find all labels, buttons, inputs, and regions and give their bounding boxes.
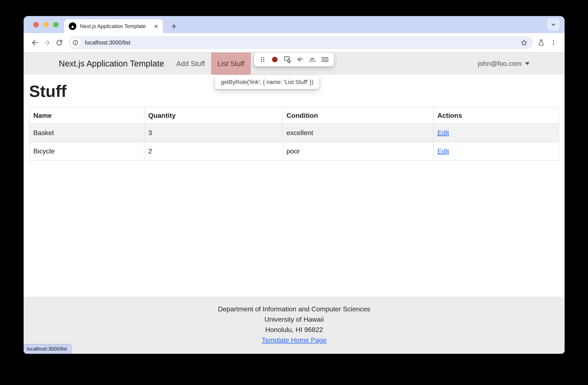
forward-arrow-icon	[43, 38, 51, 47]
svg-text:ab: ab	[310, 57, 315, 61]
three-dots-icon	[550, 39, 557, 46]
cell-condition: poor	[282, 142, 433, 160]
tab-search-button[interactable]	[547, 18, 560, 31]
template-home-page-link[interactable]: Template Home Page	[262, 336, 327, 344]
assert-visibility-button[interactable]	[296, 55, 304, 64]
cell-name: Basket	[29, 124, 144, 142]
playwright-recorder-toolbar: ab	[254, 53, 334, 67]
info-icon	[72, 39, 79, 46]
url-text: localhost:3000/list	[85, 40, 520, 46]
locator-tooltip: getByRole('link', { name: 'List Stuff' }…	[215, 75, 319, 89]
assert-text-button[interactable]: ab	[308, 55, 317, 64]
address-bar[interactable]: localhost:3000/list	[69, 36, 533, 49]
table-row: Bicycle 2 poor Edit	[29, 142, 559, 160]
user-email: john@foo.com	[478, 60, 522, 68]
record-button[interactable]	[270, 55, 279, 64]
browser-tab[interactable]: ▲ Next.js Application Template ×	[64, 19, 163, 33]
assert-value-icon	[321, 55, 329, 64]
edit-link[interactable]: Edit	[437, 129, 449, 136]
browser-menu-button[interactable]	[547, 37, 560, 49]
assert-text-icon: ab	[308, 55, 317, 64]
cell-quantity: 2	[144, 142, 282, 160]
pick-locator-icon	[283, 55, 292, 64]
experiments-button[interactable]	[535, 37, 547, 49]
cell-quantity: 3	[144, 124, 282, 142]
cell-actions: Edit	[433, 142, 559, 160]
user-dropdown[interactable]: john@foo.com	[478, 53, 530, 75]
cell-name: Bicycle	[29, 142, 144, 160]
cell-actions: Edit	[433, 124, 559, 142]
reload-icon	[55, 39, 63, 47]
assert-visibility-icon	[296, 55, 304, 64]
status-bar-url: localhost:3000/list	[24, 344, 72, 354]
back-button[interactable]	[29, 37, 41, 49]
close-window-button[interactable]	[33, 22, 39, 27]
assert-value-button[interactable]	[321, 55, 329, 64]
browser-window: ▲ Next.js Application Template × +	[24, 16, 565, 354]
column-header-name: Name	[29, 107, 144, 124]
reload-button[interactable]	[53, 37, 65, 49]
edit-link[interactable]: Edit	[437, 147, 449, 155]
bookmark-button[interactable]	[520, 39, 528, 46]
navbar-brand[interactable]: Next.js Application Template	[59, 53, 164, 75]
drag-handle-icon	[259, 56, 266, 63]
site-footer: Department of Information and Computer S…	[24, 297, 565, 354]
nextjs-favicon-icon: ▲	[69, 22, 76, 30]
tab-title: Next.js Application Template	[80, 23, 152, 29]
stuff-table: Name Quantity Condition Actions Basket 3…	[29, 107, 559, 161]
tab-strip: ▲ Next.js Application Template × +	[24, 16, 565, 33]
nav-link-add-stuff[interactable]: Add Stuff	[170, 53, 211, 75]
table-header-row: Name Quantity Condition Actions	[29, 107, 559, 124]
site-info-button[interactable]	[70, 38, 81, 48]
navbar-links: Add Stuff List Stuff	[170, 53, 251, 75]
zoom-window-button[interactable]	[53, 22, 59, 27]
footer-line-address: Honolulu, HI 96822	[24, 325, 565, 335]
record-icon	[270, 55, 279, 64]
close-tab-icon[interactable]: ×	[154, 23, 158, 30]
star-icon	[520, 39, 528, 46]
drag-handle[interactable]	[259, 56, 266, 63]
nav-link-list-stuff[interactable]: List Stuff	[211, 53, 251, 75]
minimize-window-button[interactable]	[43, 22, 49, 27]
pick-locator-button[interactable]	[283, 55, 292, 64]
page-viewport: Next.js Application Template Add Stuff L…	[24, 53, 565, 354]
chevron-down-icon	[550, 21, 557, 28]
table-row: Basket 3 excellent Edit	[29, 124, 559, 142]
flask-icon	[537, 39, 545, 46]
new-tab-button[interactable]: +	[168, 21, 180, 32]
cell-condition: excellent	[282, 124, 433, 142]
footer-line-department: Department of Information and Computer S…	[24, 304, 565, 314]
footer-line-university: University of Hawaii	[24, 314, 565, 325]
forward-button[interactable]	[41, 37, 53, 49]
column-header-actions: Actions	[433, 107, 559, 124]
browser-toolbar: localhost:3000/list	[24, 33, 565, 53]
window-controls	[33, 22, 59, 27]
back-arrow-icon	[31, 38, 39, 47]
column-header-quantity: Quantity	[144, 107, 282, 124]
column-header-condition: Condition	[282, 107, 433, 124]
caret-down-icon	[525, 62, 530, 65]
